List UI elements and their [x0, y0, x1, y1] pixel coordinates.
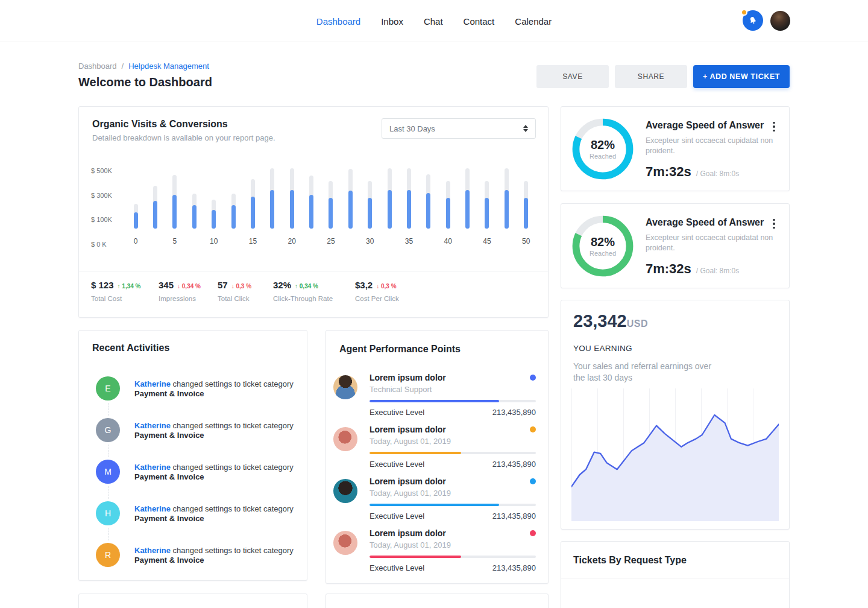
agent-main: Lorem ipsum dolor Today, August 01, 2019… — [370, 425, 536, 469]
card-subtitle: Detailed breakdown is available on your … — [92, 133, 275, 142]
speed-card-desc: Excepteur sint occaecat cupidatat non pr… — [646, 233, 793, 253]
letter-avatar: R — [96, 543, 120, 567]
agent-points: 213,435,890 — [492, 511, 536, 521]
nav-link[interactable]: Chat — [424, 16, 443, 27]
activity-action: changed settings to ticket category — [173, 379, 294, 388]
activity-text: Katherine changed settings to ticket cat… — [134, 543, 294, 584]
donut-reached-label: Reached — [590, 250, 616, 257]
stat-item: $3,2 ↓ 0,3 % Cost Per Click — [355, 280, 399, 302]
save-button[interactable]: SAVE — [536, 65, 609, 88]
bottom-right-card — [326, 594, 549, 608]
agent-level-label: Executive Level — [370, 408, 492, 417]
stat-label: Total Cost — [91, 295, 140, 302]
speed-card-desc: Excepteur sint occaecat cupidatat non pr… — [646, 136, 793, 156]
activity-actor[interactable]: Katherine — [134, 379, 171, 388]
main-nav: Dashboard Inbox Chat Contact Calendar — [0, 0, 868, 42]
bar — [380, 168, 399, 229]
trend-delta: 0,3 % — [381, 283, 397, 290]
y-tick-label: $ 300K — [91, 192, 126, 199]
activity-target: Payment & Invoice — [134, 389, 294, 399]
share-button[interactable]: SHARE — [615, 65, 687, 88]
date-range-select[interactable]: Last 30 Days — [382, 118, 536, 139]
trend-delta: 0,34 % — [300, 283, 318, 290]
nav-link[interactable]: Inbox — [381, 16, 403, 27]
agent-avatar — [333, 479, 357, 503]
trend-arrow-icon: ↑ — [118, 283, 121, 290]
stat-label: Cost Per Click — [355, 295, 399, 302]
x-tick-label: 45 — [483, 237, 491, 245]
stat-value: 32% — [273, 280, 291, 290]
top-bar: Dashboard Inbox Chat Contact Calendar — [0, 0, 868, 42]
agent-progress-fill — [370, 400, 499, 402]
bar: 30 — [360, 168, 380, 229]
activity-target: Payment & Invoice — [134, 472, 294, 482]
agent-row: Lorem ipsum dolor Technical Support Exec… — [333, 373, 536, 417]
breadcrumb-current[interactable]: Helpdesk Management — [128, 62, 209, 71]
nav-link[interactable]: Dashboard — [316, 16, 360, 27]
x-tick-label: 15 — [249, 237, 257, 245]
activity-action: changed settings to ticket category — [173, 421, 294, 430]
agent-main: Lorem ipsum dolor Technical Support Exec… — [370, 373, 536, 417]
user-avatar[interactable] — [770, 11, 790, 31]
letter-avatar: M — [96, 460, 120, 484]
activity-text: Katherine changed settings to ticket cat… — [134, 418, 294, 460]
stat-trend: ↑ 0,34 % — [295, 283, 318, 290]
breadcrumb: Dashboard / Helpdesk Management — [78, 62, 209, 71]
notifications-button[interactable] — [743, 10, 763, 31]
y-tick-label: $ 100K — [91, 216, 126, 223]
agent-name: Lorem ipsum dolor — [370, 425, 530, 434]
x-tick-label: 10 — [210, 237, 218, 245]
average-speed-card: 82% Reached Average Speed of Answer Exce… — [561, 203, 790, 288]
activity-text: Katherine changed settings to ticket cat… — [134, 376, 294, 418]
activity-actor[interactable]: Katherine — [134, 421, 171, 430]
activity-actor[interactable]: Katherine — [134, 546, 171, 555]
agent-progress-fill — [370, 452, 461, 454]
nav-link[interactable]: Calendar — [515, 16, 552, 27]
agent-main: Lorem ipsum dolor Today, August 01, 2019… — [370, 477, 536, 521]
bar — [497, 168, 516, 229]
activity-text: Katherine changed settings to ticket cat… — [134, 501, 294, 543]
donut-center: 82% Reached — [571, 117, 635, 181]
timeline-connector — [108, 486, 108, 499]
bar — [263, 168, 282, 229]
stat-trend: ↓ 0,3 % — [231, 283, 251, 290]
activity-item: G Katherine changed settings to ticket c… — [96, 418, 295, 460]
card-title: Agent Performance Points — [339, 344, 461, 355]
more-options-icon[interactable] — [769, 120, 779, 133]
activity-item: M Katherine changed settings to ticket c… — [96, 460, 295, 501]
dashboard-page: Dashboard Inbox Chat Contact Calendar — [0, 0, 868, 608]
activity-actor[interactable]: Katherine — [134, 463, 171, 472]
agent-performance-card: Agent Performance Points Lorem ipsum dol… — [326, 330, 549, 584]
speed-cards-column: 82% Reached Average Speed of Answer Exce… — [561, 106, 790, 300]
agent-progress-fill — [370, 504, 499, 506]
agent-avatar — [333, 531, 357, 555]
letter-avatar: E — [96, 376, 120, 401]
agent-subtitle: Today, August 01, 2019 — [370, 437, 536, 446]
agent-points: 213,435,890 — [492, 460, 536, 469]
trend-arrow-icon: ↓ — [177, 283, 180, 290]
agent-points: 213,435,890 — [492, 408, 536, 417]
x-tick-label: 5 — [173, 237, 177, 245]
bar: 40 — [438, 168, 458, 229]
agent-progress-track — [370, 556, 536, 558]
more-options-icon[interactable] — [769, 217, 779, 230]
organic-y-axis: $ 500K$ 300K$ 100K$ 0 K — [91, 167, 126, 248]
speed-card-body: Average Speed of Answer Excepteur sint o… — [646, 120, 778, 180]
speed-goal: / Goal: 8m:0s — [696, 267, 739, 275]
activity-actor[interactable]: Katherine — [134, 504, 171, 513]
agent-row: Lorem ipsum dolor Today, August 01, 2019… — [333, 528, 536, 572]
status-dot-icon — [530, 478, 536, 484]
stat-label: Impressions — [159, 295, 201, 302]
agent-main: Lorem ipsum dolor Today, August 01, 2019… — [370, 528, 536, 572]
earnings-area — [571, 415, 779, 521]
add-new-ticket-button[interactable]: + ADD NEW TICKET — [693, 65, 790, 88]
stat-value: 57 — [218, 280, 228, 290]
speed-time: 7m:32s — [646, 261, 691, 277]
donut-center: 82% Reached — [571, 214, 635, 278]
speed-card-title: Average Speed of Answer — [646, 120, 778, 131]
agent-level-label: Executive Level — [370, 460, 492, 469]
recent-activities-card: Recent Activities E Katherine changed se… — [78, 330, 307, 581]
bar — [458, 168, 477, 229]
nav-link[interactable]: Contact — [464, 16, 495, 27]
breadcrumb-dashboard[interactable]: Dashboard — [78, 62, 117, 71]
